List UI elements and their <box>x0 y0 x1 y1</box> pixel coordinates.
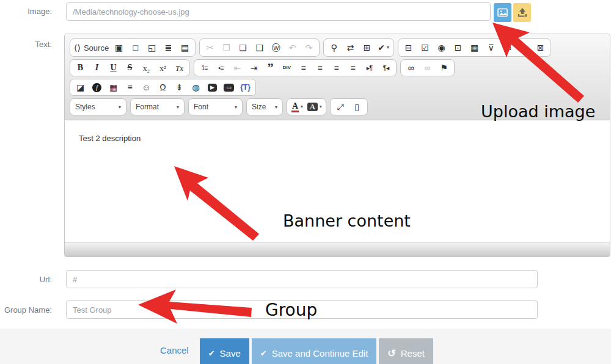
justify-icon[interactable]: ≡ <box>345 60 361 75</box>
bulleted-list-icon[interactable]: •≡ <box>213 60 229 75</box>
check-icon: ✔ <box>208 349 215 358</box>
replace-icon[interactable]: ⇄ <box>342 40 359 55</box>
underline-icon[interactable]: U <box>105 60 122 75</box>
maximize-icon[interactable]: ⤢ <box>332 100 349 114</box>
unlink-icon-glyph: ∞ <box>425 64 431 72</box>
browse-image-button[interactable] <box>494 3 511 22</box>
hidden-field-icon[interactable]: ⊠ <box>532 40 549 55</box>
find-icon[interactable]: ⚲ <box>326 40 342 55</box>
font-combo[interactable]: Font▾ <box>188 98 243 115</box>
save-icon-glyph: ▣ <box>115 43 123 52</box>
undo-icon[interactable]: ↶ <box>284 40 301 55</box>
image-path-input[interactable] <box>66 2 491 21</box>
page-break-icon-glyph: ⇟ <box>176 83 183 92</box>
toolbar-group: A▾A▾ <box>287 98 326 115</box>
unlink-icon[interactable]: ∞ <box>419 60 436 75</box>
flash-icon[interactable]: f <box>89 80 105 95</box>
italic-icon[interactable]: I <box>89 60 105 75</box>
form-icon-glyph: ⊟ <box>405 43 412 52</box>
numbered-list-icon[interactable]: 1≡ <box>196 60 213 75</box>
image-button-icon[interactable]: ▬ <box>516 40 532 55</box>
paste-plain-text-icon[interactable]: ❑ <box>251 40 268 55</box>
text-field-icon[interactable]: ⊡ <box>450 40 466 55</box>
bidi-ltr-icon[interactable]: ▸¶ <box>361 60 378 75</box>
toolbar-group: ∞∞⚑ <box>400 59 455 76</box>
button-icon[interactable]: ▭ <box>499 40 516 55</box>
print-icon[interactable]: ≣ <box>160 40 177 55</box>
textarea-icon[interactable]: ▦ <box>466 40 483 55</box>
image-icon[interactable]: ◪ <box>72 80 89 95</box>
redo-icon[interactable]: ↷ <box>301 40 317 55</box>
align-left-icon[interactable]: ≡ <box>295 60 312 75</box>
cancel-link[interactable]: Cancel <box>160 345 189 355</box>
special-character-icon[interactable]: Ω <box>155 80 171 95</box>
caret-down-icon: ▾ <box>387 45 389 50</box>
background-color-icon[interactable]: A▾ <box>306 100 324 114</box>
smiley-icon[interactable]: ☺ <box>138 80 155 95</box>
toolbar-group: ✂❐❏❑Ⓦ↶↷ <box>199 38 320 57</box>
toolbar-row-2: BIUSx₂x²Tx1≡•≡⇤⇥”DIV≡≡≡≡▸¶¶◂∞∞⚑ <box>70 59 605 76</box>
preview-icon[interactable]: ◱ <box>144 40 160 55</box>
styles-combo-label: Styles <box>75 103 95 111</box>
size-combo[interactable]: Size▾ <box>246 98 283 115</box>
undo-icon-glyph: ↶ <box>289 43 296 52</box>
align-left-icon-glyph: ≡ <box>301 64 306 72</box>
checkbox-icon[interactable]: ☑ <box>417 40 433 55</box>
form-icon[interactable]: ⊟ <box>400 40 417 55</box>
bidi-ltr-icon-glyph: ▸¶ <box>367 65 372 71</box>
strikethrough-icon-glyph: S <box>128 64 133 72</box>
styles-combo[interactable]: Styles▾ <box>70 98 126 115</box>
paste-from-word-icon[interactable]: Ⓦ <box>268 40 284 55</box>
bidi-rtl-icon[interactable]: ¶◂ <box>378 60 394 75</box>
anchor-icon[interactable]: ⚑ <box>436 60 452 75</box>
link-icon[interactable]: ∞ <box>403 60 419 75</box>
special-character-icon-glyph: Ω <box>159 83 166 92</box>
increase-indent-icon[interactable]: ⇥ <box>246 60 262 75</box>
decrease-indent-icon[interactable]: ⇤ <box>229 60 246 75</box>
save-icon[interactable]: ▣ <box>111 40 127 55</box>
reset-button[interactable]: ↺ Reset <box>379 338 433 364</box>
save-button[interactable]: ✔ Save <box>200 338 249 364</box>
copy-icon[interactable]: ❐ <box>218 40 235 55</box>
source-button[interactable]: ⟨⟩Source <box>72 40 111 55</box>
div-container-icon-glyph: DIV <box>283 65 291 70</box>
select-field-icon[interactable]: ⊽ <box>483 40 499 55</box>
toolbar-row-3: ◪f▦≡☺Ω⇟◍▶▭{T} <box>70 79 605 96</box>
format-combo[interactable]: Format▾ <box>130 98 185 115</box>
media-embed-icon[interactable]: ▭ <box>221 80 237 95</box>
upload-image-button[interactable] <box>513 3 531 22</box>
spell-check-icon[interactable]: ✔▾ <box>375 40 392 55</box>
editor-paragraph: Test 2 description <box>79 134 604 143</box>
new-page-icon-glyph: □ <box>133 43 137 52</box>
youtube-icon[interactable]: ▶ <box>204 80 221 95</box>
align-right-icon-glyph: ≡ <box>334 64 338 72</box>
show-blocks-icon[interactable]: ▯ <box>349 100 365 114</box>
div-container-icon[interactable]: DIV <box>279 60 295 75</box>
horizontal-rule-icon[interactable]: ≡ <box>122 80 138 95</box>
superscript-icon[interactable]: x² <box>155 60 171 75</box>
size-combo-label: Size <box>252 103 266 111</box>
iframe-icon[interactable]: ◍ <box>188 80 204 95</box>
bold-icon[interactable]: B <box>72 60 89 75</box>
save-and-continue-label: Save and Continue Edit <box>272 348 368 359</box>
save-and-continue-button[interactable]: ✔ Save and Continue Edit <box>252 338 377 364</box>
table-icon[interactable]: ▦ <box>105 80 122 95</box>
templates-icon[interactable]: ▤ <box>177 40 193 55</box>
table-icon-glyph: ▦ <box>109 83 117 92</box>
radio-button-icon[interactable]: ◉ <box>433 40 450 55</box>
strikethrough-icon[interactable]: S <box>122 60 138 75</box>
editor-resize-bar[interactable] <box>65 242 610 257</box>
align-center-icon[interactable]: ≡ <box>312 60 328 75</box>
cut-icon[interactable]: ✂ <box>202 40 218 55</box>
paste-icon[interactable]: ❏ <box>235 40 251 55</box>
select-all-icon[interactable]: ⊞ <box>359 40 375 55</box>
align-right-icon[interactable]: ≡ <box>328 60 345 75</box>
blockquote-icon[interactable]: ” <box>262 60 279 75</box>
page-break-icon[interactable]: ⇟ <box>171 80 188 95</box>
subscript-icon[interactable]: x₂ <box>138 60 155 75</box>
text-color-icon[interactable]: A▾ <box>289 100 306 114</box>
new-page-icon[interactable]: □ <box>127 40 144 55</box>
remove-format-icon[interactable]: Tx <box>171 60 188 75</box>
url-input[interactable] <box>66 270 538 288</box>
token-icon[interactable]: {T} <box>237 80 254 95</box>
